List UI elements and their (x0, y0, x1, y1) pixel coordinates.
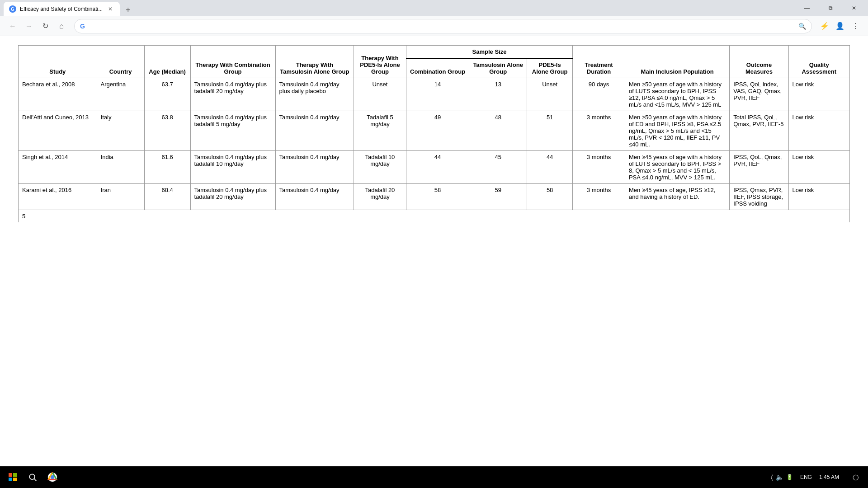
th-treatment: Treatment Duration (573, 46, 625, 78)
taskbar: 〈 🔈 🔋 ENG 1:45 AM ◯ (0, 466, 868, 488)
minimize-button[interactable]: — (797, 0, 817, 16)
cell-country: India (97, 151, 144, 184)
toolbar-right-icons: ⚡ 👤 ⋮ (817, 19, 863, 33)
svg-rect-1 (13, 473, 17, 477)
cell-treatment: 3 months (573, 151, 625, 184)
table-row: Singh et al., 2014 India 61.6 Tamsulosin… (19, 151, 850, 184)
search-taskbar-button[interactable] (24, 468, 42, 486)
table-row: Bechara et al., 2008 Argentina 63.7 Tams… (19, 78, 850, 111)
cell-therapy-combo: Tamsulosin 0.4 mg/day plus tadalafil 5 m… (190, 111, 275, 151)
cell-quality: Low risk (788, 184, 849, 210)
cell-outcome: Total IPSS, QoL, Qmax, PVR, IIEF-5 (730, 111, 788, 151)
cell-combination: 49 (406, 111, 469, 151)
cell-inclusion: Men ≥50 years of age with a history of E… (625, 111, 729, 151)
home-button[interactable]: ⌂ (54, 19, 69, 33)
cell-therapy-combo: Tamsulosin 0.4 mg/day plus tadalafil 20 … (190, 184, 275, 210)
cell-outcome: IPSS, QoL index, VAS, GAQ, Qmax, PVR, II… (730, 78, 788, 111)
cell-country: Iran (97, 184, 144, 210)
th-sample-size: Sample Size (406, 46, 572, 59)
forward-button[interactable]: → (22, 19, 36, 33)
profile-button[interactable]: 👤 (833, 19, 847, 33)
page-content: Study Country Age (Median) Therapy With … (0, 36, 868, 488)
cell-age: 68.4 (144, 184, 190, 210)
language-indicator: ENG (800, 474, 812, 480)
cell-combination: 14 (406, 78, 469, 111)
window-controls: — ⧉ ✕ (797, 0, 864, 16)
tab-close-button[interactable]: ✕ (106, 5, 114, 13)
cell-tamsulosin: 13 (469, 78, 527, 111)
cell-tamsulosin: 59 (469, 184, 527, 210)
chrome-taskbar-button[interactable] (43, 468, 61, 486)
tab-favicon: G (9, 5, 16, 13)
th-quality: Quality Assessment (788, 46, 849, 78)
cell-quality: Low risk (788, 151, 849, 184)
cell-therapy-pde5: Tadalafil 10 mg/day (354, 151, 406, 184)
cell-inclusion: Men ≥45 years of age, IPSS ≥12, and havi… (625, 184, 729, 210)
cell-therapy-combo: Tamsulosin 0.4 mg/day plus tadalafil 10 … (190, 151, 275, 184)
menu-button[interactable]: ⋮ (848, 19, 863, 33)
start-button[interactable] (4, 468, 22, 486)
cell-age: 63.7 (144, 78, 190, 111)
cell-study: Karami et al., 2016 (19, 184, 97, 210)
network-icon: 〈 (771, 474, 773, 481)
address-input[interactable] (89, 23, 795, 30)
cell-study: Bechara et al., 2008 (19, 78, 97, 111)
cell-age: 63.8 (144, 111, 190, 151)
cell-treatment: 90 days (573, 78, 625, 111)
cell-treatment: 3 months (573, 111, 625, 151)
cell-combination: 44 (406, 151, 469, 184)
browser-toolbar: ← → ↻ ⌂ G 🔍 ⚡ 👤 ⋮ (0, 16, 868, 36)
maximize-button[interactable]: ⧉ (820, 0, 841, 16)
cell-pde5: 51 (527, 111, 573, 151)
cell-tamsulosin: 48 (469, 111, 527, 151)
cell-outcome: IPSS, Qmax, PVR, IIEF, IPSS storage, IPS… (730, 184, 788, 210)
active-tab[interactable]: G Efficacy and Safety of Combinati... ✕ (4, 2, 120, 16)
extensions-button[interactable]: ⚡ (817, 19, 832, 33)
cell-inclusion: Men ≥50 years of age with a history of L… (625, 78, 729, 111)
cell-inclusion: Men ≥45 years of age with a history of L… (625, 151, 729, 184)
cell-pde5: 44 (527, 151, 573, 184)
tab-title: Efficacy and Safety of Combinati... (20, 6, 103, 12)
taskbar-right: 〈 🔈 🔋 ENG 1:45 AM ◯ (767, 468, 864, 486)
cell-tamsulosin: 45 (469, 151, 527, 184)
back-button[interactable]: ← (5, 19, 20, 33)
notification-button[interactable]: ◯ (846, 468, 864, 486)
th-therapy-combo: Therapy With Combination Group (190, 46, 275, 78)
cell-outcome: IPSS, QoL, Qmax, PVR, IIEF (730, 151, 788, 184)
cell-combination: 58 (406, 184, 469, 210)
cell-therapy-tams: Tamsulosin 0.4 mg/day (275, 111, 354, 151)
cell-study: Singh et al., 2014 (19, 151, 97, 184)
table-row: Dell'Atti and Cuneo, 2013 Italy 63.8 Tam… (19, 111, 850, 151)
table-row: Karami et al., 2016 Iran 68.4 Tamsulosin… (19, 184, 850, 210)
cell-country: Argentina (97, 78, 144, 111)
close-button[interactable]: ✕ (844, 0, 864, 16)
system-clock[interactable]: 1:45 AM (816, 474, 843, 481)
cell-age: 61.6 (144, 151, 190, 184)
cell-pde5: Unset (527, 78, 573, 111)
th-therapy-tams: Therapy With Tamsulosin Alone Group (275, 46, 354, 78)
th-tamsulosin-alone: Tamsulosin Alone Group (469, 58, 527, 78)
th-pde5-alone: PDE5-Is Alone Group (527, 58, 573, 78)
th-country: Country (97, 46, 144, 78)
cell-quality: Low risk (788, 111, 849, 151)
system-tray: 〈 🔈 🔋 (767, 474, 797, 481)
table-row: 5 (19, 210, 850, 223)
th-outcome: Outcome Measures (730, 46, 788, 78)
cell-therapy-tams: Tamsulosin 0.4 mg/day plus daily placebo (275, 78, 354, 111)
battery-icon: 🔋 (786, 474, 793, 480)
browser-frame: G Efficacy and Safety of Combinati... ✕ … (0, 0, 868, 488)
th-combination-group: Combination Group (406, 58, 469, 78)
header-row-1: Study Country Age (Median) Therapy With … (19, 46, 850, 59)
study-table: Study Country Age (Median) Therapy With … (18, 45, 850, 222)
svg-line-5 (34, 479, 37, 481)
th-study: Study (19, 46, 97, 78)
cell-therapy-pde5: Tadalafil 5 mg/day (354, 111, 406, 151)
reload-button[interactable]: ↻ (38, 19, 52, 33)
new-tab-button[interactable]: + (122, 4, 134, 16)
address-bar[interactable]: G 🔍 (74, 19, 812, 33)
cell-study-partial: 5 (19, 210, 97, 223)
cell-country: Italy (97, 111, 144, 151)
title-bar: G Efficacy and Safety of Combinati... ✕ … (0, 0, 868, 16)
svg-point-4 (29, 474, 35, 479)
svg-rect-0 (9, 473, 12, 477)
